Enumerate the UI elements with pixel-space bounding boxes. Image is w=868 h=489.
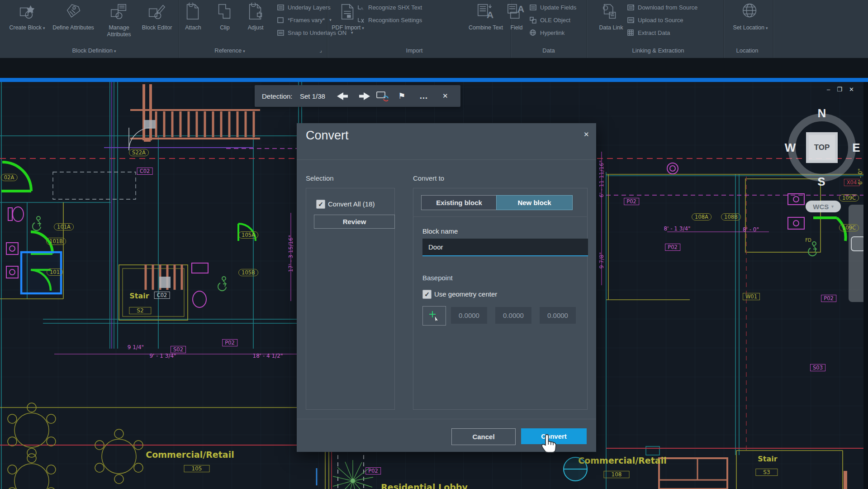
viewcube-east[interactable]: E [852, 141, 860, 155]
flag-icon[interactable]: ⚑ [398, 85, 405, 107]
hyperlink-globe-icon [529, 29, 537, 37]
arrow-left-icon [337, 92, 351, 100]
accent-divider [0, 78, 868, 82]
download-source-icon [627, 4, 635, 11]
panel-data[interactable]: Data [542, 47, 555, 54]
attach-icon [184, 3, 203, 22]
attribute-list-icon [109, 3, 128, 22]
underlay-layers-icon [277, 4, 285, 11]
ribbon: Create Block▾ Define Attributes Manage A… [0, 0, 868, 58]
combine-text-icon [476, 3, 495, 22]
hyperlink-button[interactable]: Hyperlink [529, 27, 564, 38]
panel-block-definition[interactable]: Block Definition▾ [72, 47, 116, 54]
review-button[interactable]: Review [314, 215, 395, 229]
chevron-down-icon: ▾ [114, 49, 116, 53]
pencil-icon [147, 3, 166, 22]
panel-import[interactable]: Import [406, 47, 423, 54]
block-editor-button[interactable]: Block Editor [139, 1, 175, 46]
update-fields-button[interactable]: Update Fields [529, 2, 576, 13]
clip-button[interactable]: Clip [207, 1, 242, 46]
create-block-button[interactable]: Create Block▾ [9, 1, 45, 46]
new-block-tab[interactable]: New block [496, 195, 573, 210]
drawing-window-controls: – ❐ ✕ [827, 86, 854, 93]
ole-object-icon [529, 16, 537, 24]
previous-set-button[interactable] [337, 85, 351, 107]
download-from-source-button[interactable]: Download from Source [627, 2, 697, 13]
convert-set-button[interactable] [376, 85, 389, 107]
use-geometry-center-checkbox[interactable]: ✓ [422, 290, 432, 299]
restore-icon[interactable]: ❐ [837, 86, 842, 93]
recognize-shx-text-button[interactable]: A Recognize SHX Text [357, 2, 422, 13]
shx-text-icon: A [357, 4, 365, 11]
upload-to-source-button[interactable]: Upload to Source [627, 14, 683, 25]
ole-object-button[interactable]: OLE Object [529, 14, 570, 25]
cancel-button[interactable]: Cancel [451, 428, 516, 445]
block-name-label: Block name [422, 227, 458, 235]
panel-linking-extraction[interactable]: Linking & Extraction [632, 47, 684, 54]
panel-reference[interactable]: Reference▾ [214, 47, 245, 54]
adjust-button[interactable]: Adjust [238, 1, 273, 46]
basepoint-label: Basepoint [422, 274, 453, 282]
dialog-title: Convert [306, 129, 349, 143]
attach-button[interactable]: Attach [175, 1, 211, 46]
convert-to-section-label: Convert to [413, 174, 444, 182]
define-attributes-button[interactable]: Define Attributes [56, 1, 91, 46]
convert-all-checkbox[interactable]: ✓ [316, 200, 325, 209]
close-icon[interactable]: ✕ [849, 86, 854, 93]
convert-to-group [413, 188, 588, 410]
autocad-window: A A Create Block▾ Define Attributes Mana… [0, 0, 868, 489]
frames-icon [277, 16, 285, 24]
frames-vary-dropdown[interactable]: *Frames vary*▾ [277, 14, 332, 25]
chevron-down-icon: ▾ [831, 204, 834, 209]
reference-panel-launcher-icon[interactable]: ⌟ [319, 47, 322, 53]
more-options-button[interactable]: … [419, 85, 428, 107]
chevron-down-icon: ▾ [362, 26, 364, 30]
section-marker [564, 457, 587, 481]
recognition-settings-button[interactable]: Recognition Settings [357, 14, 422, 25]
close-detection-button[interactable]: ✕ [442, 85, 448, 107]
next-set-button[interactable] [356, 85, 370, 107]
extract-data-icon [627, 29, 635, 37]
ribbon-gap [0, 58, 868, 78]
chevron-down-icon: ▾ [766, 26, 768, 30]
existing-block-tab[interactable]: Existing block [421, 195, 497, 210]
update-fields-icon [529, 4, 537, 11]
field-icon [507, 3, 526, 22]
underlay-layers-button[interactable]: Underlay Layers [277, 2, 331, 13]
chevron-down-icon: ▾ [43, 26, 45, 30]
basepoint-y-field[interactable]: 0.0000 [495, 307, 531, 324]
clip-icon [215, 3, 234, 22]
close-icon[interactable]: ✕ [583, 130, 589, 139]
viewcube-north[interactable]: N [818, 106, 826, 120]
detection-toolbar: Detection: Set 1/38 ⚑ … ✕ [255, 85, 460, 107]
floating-panel-icon[interactable] [851, 237, 865, 251]
viewcube-top-face[interactable]: TOP [806, 132, 838, 163]
snap-underlays-icon [277, 29, 285, 37]
convert-sync-icon [376, 91, 389, 101]
panel-location[interactable]: Location [736, 47, 758, 54]
viewcube-south[interactable]: S [817, 175, 825, 189]
basepoint-z-field[interactable]: 0.0000 [540, 307, 576, 324]
extract-data-button[interactable]: Extract Data [627, 27, 670, 38]
adjust-icon [246, 3, 265, 22]
set-location-button[interactable]: Set Location▾ [730, 1, 771, 46]
pick-point-icon [428, 310, 440, 322]
pdf-import-icon [338, 3, 357, 22]
tag-icon [64, 3, 83, 22]
basepoint-x-field[interactable]: 0.0000 [451, 307, 487, 324]
wcs-dropdown[interactable]: WCS▾ [806, 201, 841, 212]
use-geometry-center-label: Use geometry center [434, 290, 497, 298]
globe-icon [741, 3, 760, 22]
data-link-icon [602, 3, 621, 22]
viewcube-west[interactable]: W [785, 141, 796, 155]
minimize-icon[interactable]: – [827, 86, 830, 93]
data-link-button[interactable]: Data Link [593, 1, 629, 46]
block-name-input[interactable]: Door [422, 239, 588, 256]
selection-highlight [21, 252, 61, 293]
arrow-right-icon [356, 92, 370, 100]
recognition-settings-icon [357, 16, 365, 24]
detection-label: Detection: [262, 85, 293, 107]
manage-attributes-button[interactable]: Manage Attributes [101, 1, 137, 46]
convert-dialog: Convert ✕ Selection ✓ Convert All (18) R… [297, 123, 596, 452]
pick-basepoint-button[interactable] [422, 306, 446, 326]
